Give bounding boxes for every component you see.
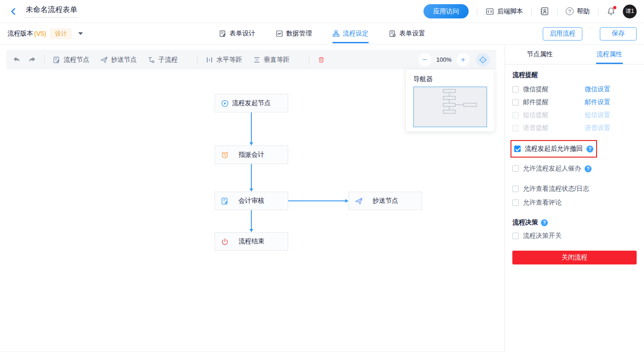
- voice-reminder-label: 语音提醒: [523, 124, 571, 132]
- doc-edit-icon: [221, 197, 229, 205]
- node-accountant-review[interactable]: 会计审核: [215, 192, 288, 210]
- tab-node-properties[interactable]: 节点属性: [505, 45, 574, 64]
- add-cc-node-button[interactable]: 抄送节点: [100, 56, 137, 64]
- add-subflow-button[interactable]: 子流程: [148, 56, 178, 64]
- allow-view-status-checkbox[interactable]: [512, 186, 519, 192]
- sms-settings-link: 短信设置: [585, 111, 610, 119]
- highlight-red-box: 流程发起后允许撤回: [511, 140, 597, 158]
- allow-view-comments-checkbox[interactable]: [512, 199, 519, 206]
- flow-toolbar: 流程节点 抄送节点 子流程 水平等距: [6, 50, 496, 70]
- close-flow-button[interactable]: 关闭流程: [512, 251, 637, 264]
- sms-reminder-label: 短信提醒: [523, 111, 571, 119]
- backend-script-button[interactable]: 后端脚本: [486, 7, 523, 16]
- delete-icon[interactable]: [318, 56, 325, 64]
- top-bar: 未命名流程表单 应用访问 后端脚本 帮助 谭1: [0, 0, 644, 23]
- tab-form-setting[interactable]: 表单设置: [389, 23, 425, 44]
- add-flow-node-button[interactable]: 流程节点: [53, 56, 89, 64]
- vertical-spacing-icon: [253, 56, 261, 64]
- app-access-button[interactable]: 应用访问: [424, 4, 469, 18]
- vertical-spacing-button[interactable]: 垂直等距: [253, 56, 290, 64]
- divider: [531, 8, 532, 15]
- allow-withdraw-label: 流程发起后允许撤回: [525, 145, 583, 153]
- allow-urge-checkbox[interactable]: [512, 165, 519, 172]
- tab-label: 表单设计: [230, 29, 255, 38]
- decision-switch-checkbox[interactable]: [512, 233, 519, 239]
- decision-switch-label: 流程决策开关: [523, 232, 562, 240]
- avatar[interactable]: 谭1: [623, 5, 637, 18]
- doc-gear-icon: [389, 30, 396, 37]
- sms-reminder-row: 短信提醒 短信设置: [512, 109, 637, 122]
- allow-view-status-label: 允许查看流程状态/日志: [523, 185, 589, 193]
- h-spacing-label: 水平等距: [216, 56, 242, 64]
- back-icon[interactable]: [9, 7, 17, 16]
- navigator-panel: 导航器: [406, 69, 494, 132]
- help-label: 帮助: [577, 7, 590, 16]
- wechat-settings-link[interactable]: 微信设置: [585, 85, 610, 94]
- allow-view-comments-label: 允许查看评论: [523, 199, 562, 207]
- divider: [598, 8, 598, 15]
- node-flow-start[interactable]: 流程发起节点: [215, 94, 288, 112]
- node-flow-end[interactable]: 流程结束: [215, 232, 288, 251]
- email-reminder-checkbox[interactable]: [512, 99, 519, 106]
- decision-title-label: 流程决策: [512, 218, 538, 227]
- allow-view-comments-row: 允许查看评论: [512, 196, 637, 209]
- divider: [477, 8, 477, 15]
- email-settings-link[interactable]: 邮件设置: [585, 98, 610, 106]
- v-spacing-label: 垂直等距: [264, 56, 290, 64]
- zoom-out-button[interactable]: [418, 53, 431, 66]
- redo-icon[interactable]: [28, 56, 36, 64]
- wechat-reminder-label: 微信提醒: [523, 85, 571, 94]
- flow-connector: [251, 164, 252, 188]
- wechat-reminder-checkbox[interactable]: [512, 86, 519, 93]
- zoom-level: 100%: [436, 56, 452, 63]
- allow-withdraw-checkbox[interactable]: [514, 146, 521, 152]
- divider: [44, 55, 45, 65]
- enable-flow-button[interactable]: 启用流程: [543, 27, 582, 41]
- alarm-clock-icon: [221, 151, 229, 159]
- design-status-badge: 设计: [50, 28, 72, 39]
- tab-flow-setting[interactable]: 流程设定: [332, 23, 369, 44]
- allow-urge-row: 允许流程发起人催办: [512, 162, 637, 175]
- horizontal-spacing-icon: [206, 56, 213, 64]
- node-assign-accountant[interactable]: 指派会计: [215, 146, 288, 164]
- voice-reminder-row: 语音提醒 语音设置: [512, 122, 637, 135]
- decision-section-title: 流程决策: [512, 218, 637, 227]
- subflow-label: 子流程: [158, 56, 178, 64]
- tab-data-management[interactable]: 数据管理: [276, 23, 312, 44]
- locate-center-icon[interactable]: [476, 53, 490, 67]
- horizontal-spacing-button[interactable]: 水平等距: [206, 56, 242, 64]
- node-label: 指派会计: [238, 151, 264, 159]
- flow-node-label: 流程节点: [64, 56, 89, 64]
- version-dropdown-caret-icon[interactable]: [78, 32, 83, 37]
- backend-script-label: 后端脚本: [497, 7, 523, 16]
- tab-label: 数据管理: [286, 29, 312, 38]
- help-circle-icon[interactable]: [585, 165, 592, 172]
- divider: [309, 55, 309, 65]
- sitemap-icon: [332, 30, 340, 37]
- help-icon: [566, 7, 574, 15]
- flow-connector: [288, 200, 345, 201]
- page-title[interactable]: 未命名流程表单: [25, 5, 78, 18]
- power-icon: [221, 238, 229, 246]
- node-cc[interactable]: 抄送节点: [348, 192, 422, 210]
- voice-settings-link: 语音设置: [585, 124, 610, 132]
- navigator-minimap[interactable]: [413, 87, 487, 127]
- version-number: (V5): [34, 30, 46, 37]
- help-button[interactable]: 帮助: [566, 7, 590, 16]
- notification-bell-icon[interactable]: [607, 7, 615, 16]
- flow-canvas[interactable]: 流程节点 抄送节点 子流程 水平等距: [0, 45, 505, 352]
- tab-form-design[interactable]: 表单设计: [219, 23, 255, 44]
- doc-edit-icon: [219, 30, 226, 37]
- help-circle-icon[interactable]: [586, 146, 593, 153]
- save-button[interactable]: 保存: [600, 27, 637, 41]
- code-icon: [486, 7, 494, 16]
- properties-panel: 节点属性 流程属性 流程提醒 微信提醒 微信设置 邮件提醒 邮件设置 短信提醒: [505, 45, 644, 352]
- zoom-in-button[interactable]: [457, 53, 470, 66]
- allow-withdraw-row: 流程发起后允许撤回: [514, 145, 593, 153]
- tab-flow-properties[interactable]: 流程属性: [574, 45, 644, 64]
- contacts-icon[interactable]: [540, 7, 549, 16]
- allow-view-status-row: 允许查看流程状态/日志: [512, 182, 637, 195]
- help-circle-icon[interactable]: [541, 219, 548, 226]
- undo-icon[interactable]: [13, 56, 21, 64]
- reminder-section-title: 流程提醒: [512, 71, 637, 79]
